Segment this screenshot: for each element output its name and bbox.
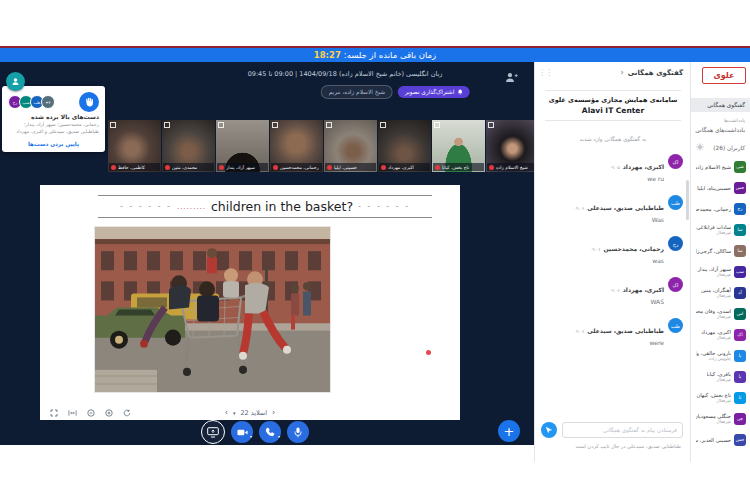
expand-icon[interactable] [326, 122, 332, 128]
actions-plus-button[interactable]: + [498, 420, 520, 442]
raise-hand-button[interactable] [79, 92, 99, 112]
chat-header[interactable]: گفتگوی همگانی ‹ [551, 68, 683, 77]
participant-row[interactable]: بابارونی خالقی، والترچاووش زاده [691, 345, 750, 366]
zoom-out-button[interactable] [87, 409, 95, 417]
timer-value: 18:27 [314, 50, 341, 60]
zoom-in-button[interactable] [105, 409, 113, 417]
presenter-pill[interactable]: شیخ الاسلام زاده، مریم [321, 85, 393, 99]
video-tile[interactable]: شیخ الاسلام زاده [486, 120, 534, 172]
video-tile-name: حسینی، ایلیا [334, 165, 357, 170]
participant-row[interactable]: ساساکالن، گرجی‌زاد [691, 240, 750, 261]
avatar: حس [734, 182, 746, 194]
expand-icon[interactable] [380, 122, 386, 128]
participant-row[interactable]: تاتاج بخش، کیهانغیرفعال [691, 387, 750, 408]
sidebar-item-public-chat[interactable]: گفتگوی همگانی [691, 98, 750, 112]
audio-button[interactable]: ▾ [259, 421, 281, 443]
video-tile-name: سپهر آزاد، پندار [226, 165, 255, 170]
expand-icon[interactable] [434, 122, 440, 128]
slide-title-row: - - - - - - ......... children in the ba… [98, 195, 432, 218]
video-tile[interactable]: سپهر آزاد، پندار [216, 120, 269, 172]
whiteboard[interactable]: - - - - - - ......... children in the ba… [40, 185, 460, 420]
avatar: اس [734, 308, 746, 320]
video-tile[interactable]: اکبری، مهرداد [378, 120, 431, 172]
participant-row[interactable]: شیشیخ الاسلام زاده (شما) [691, 156, 750, 177]
participant-row[interactable]: آهآهنگران، متینغیرفعال [691, 282, 750, 303]
avatar: با [734, 371, 746, 383]
participant-row[interactable]: جنجنگلی مسعودیان، آریوغیرفعال [691, 408, 750, 429]
avatar: طب [668, 318, 683, 333]
manage-users-button[interactable] [696, 143, 704, 152]
message-sender: اکبری، مهرداد [623, 163, 664, 170]
users-header: کاربران (26) [696, 143, 745, 152]
participant-status: غیرفعال [697, 272, 731, 277]
slide-counter[interactable]: اسلاید 22 [240, 409, 267, 417]
add-user-button[interactable] [505, 68, 518, 87]
raised-hands-names: رحمانی، محمدحسین؛ سپهر آزاد، پندار؛ طباط… [8, 122, 99, 135]
expand-icon[interactable] [272, 122, 278, 128]
prev-slide-button[interactable]: ‹ [225, 408, 228, 417]
participant-name: حسینی الغدیر، سبحان [696, 437, 731, 443]
participant-row[interactable]: رحرحمانی، محمدحسین [691, 198, 750, 219]
mic-muted-icon [273, 165, 278, 170]
camera-button[interactable]: ▾ [231, 421, 253, 443]
title-dashes: - - - - - - [120, 202, 172, 211]
participant-row[interactable]: ساسادات قرابلاغی، سپهرغیرفعال [691, 219, 750, 240]
laser-pointer-dot [426, 350, 431, 355]
chevron-left-icon: ‹ [621, 68, 624, 77]
chat-message: طب طباطبایی صدیق، سیدعلی۰۹:۰۷ were [541, 318, 683, 346]
fullscreen-button[interactable] [50, 409, 58, 417]
avatar: تا [734, 392, 746, 404]
expand-icon[interactable] [218, 122, 224, 128]
chat-input[interactable] [562, 422, 683, 438]
chat-message-list: اک اکبری، مهرداد۰۹:۰۵ we ru طب طباطبایی … [541, 154, 683, 346]
plus-icon: + [504, 425, 515, 438]
expand-icon[interactable] [488, 122, 494, 128]
next-slide-button[interactable]: › [272, 408, 275, 417]
share-video-button[interactable]: اشتراک‌گذاری تصویر [398, 86, 469, 98]
title-dashes: - - - - - - [358, 202, 410, 211]
participant-row[interactable]: حسحسینی الغدیر، سبحان [691, 429, 750, 450]
mic-muted-icon [219, 165, 224, 170]
screen-share-button[interactable] [201, 420, 225, 444]
expand-icon[interactable] [164, 122, 170, 128]
participant-row[interactable]: سپسپهر آزاد، پندارغیرفعال [691, 261, 750, 282]
slide-dropdown-caret[interactable]: ▾ [233, 410, 236, 416]
video-tile[interactable]: رحمانی، محمدحسین [270, 120, 323, 172]
audio-options-caret[interactable]: ▾ [278, 434, 280, 439]
sidebar-item-shared-notes[interactable]: یادداشت‌های همگانی [695, 127, 745, 133]
participant-row[interactable]: حسحسینی‌پناه، ایلیا [691, 177, 750, 198]
system-title: سامانه‌ی همایش مجازی مؤسسه‌ی علوی [545, 96, 681, 104]
gear-icon [696, 143, 704, 151]
lower-hands-button[interactable]: پایین بردن دست‌ها [2, 141, 105, 147]
scrollbar[interactable] [686, 180, 689, 220]
presenter-pill-label: شیخ الاسلام زاده، مریم [329, 89, 385, 95]
message-text: Was [571, 216, 664, 223]
send-message-button[interactable] [541, 422, 557, 438]
expand-icon[interactable] [110, 122, 116, 128]
avatar: آه [734, 287, 746, 299]
mic-muted-icon [111, 165, 116, 170]
chat-message: اک اکبری، مهرداد۰۹:۰۵ we ru [541, 154, 683, 182]
participant-row[interactable]: اساسدی، وفان محمدغیرفعال [691, 303, 750, 324]
fit-width-button[interactable] [68, 409, 77, 417]
panel-drag-handle[interactable]: ⋮⋮ [538, 68, 552, 77]
camera-options-caret[interactable]: ▾ [250, 434, 252, 439]
session-title: زبان انگلیسی (خانم شیخ الاسلام زاده) 140… [248, 70, 443, 78]
video-tile[interactable]: کاظمی، حافظ [108, 120, 161, 172]
video-tile-name: کاظمی، حافظ [118, 165, 145, 170]
mic-muted-icon [435, 165, 440, 170]
participant-row[interactable]: اکاکبری، مهردادغیرفعال [691, 324, 750, 345]
slide-title: children in the basket? [211, 199, 353, 214]
video-tile[interactable]: تاج بخش، کیانا [432, 120, 485, 172]
mic-muted-icon [381, 165, 386, 170]
video-tile[interactable]: محمدی، متین [162, 120, 215, 172]
chat-message: رح رحمانی، محمدحسین۰۹:۰۶ was [541, 236, 683, 264]
mic-button[interactable] [287, 421, 309, 443]
refresh-button[interactable] [123, 409, 131, 417]
share-video-label: اشتراک‌گذاری تصویر [405, 89, 454, 95]
video-tile[interactable]: حسینی، ایلیا [324, 120, 377, 172]
message-time: ۰۹:۰۶ [590, 247, 600, 252]
screen-share-icon [207, 427, 219, 438]
participant-row[interactable]: باباقری، کیاناغیرفعال [691, 366, 750, 387]
participant-list: شیشیخ الاسلام زاده (شما) حسحسینی‌پناه، ا… [691, 156, 750, 462]
